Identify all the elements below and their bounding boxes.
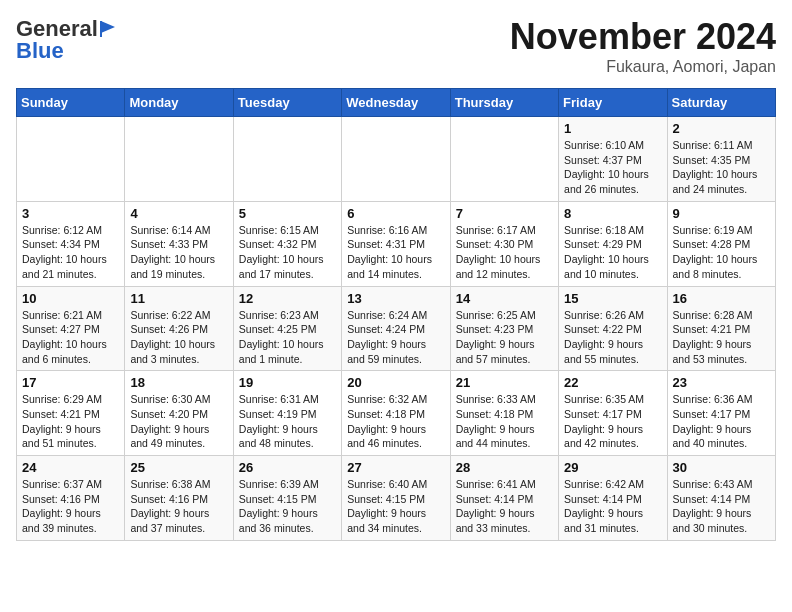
calendar-cell: 29Sunrise: 6:42 AM Sunset: 4:14 PM Dayli…	[559, 456, 667, 541]
logo: General Blue	[16, 16, 119, 64]
day-detail: Sunrise: 6:32 AM Sunset: 4:18 PM Dayligh…	[347, 393, 427, 449]
day-number: 21	[456, 375, 553, 390]
day-detail: Sunrise: 6:38 AM Sunset: 4:16 PM Dayligh…	[130, 478, 210, 534]
day-number: 11	[130, 291, 227, 306]
day-detail: Sunrise: 6:25 AM Sunset: 4:23 PM Dayligh…	[456, 309, 536, 365]
title-block: November 2024 Fukaura, Aomori, Japan	[510, 16, 776, 76]
day-detail: Sunrise: 6:23 AM Sunset: 4:25 PM Dayligh…	[239, 309, 324, 365]
calendar-cell: 1Sunrise: 6:10 AM Sunset: 4:37 PM Daylig…	[559, 117, 667, 202]
svg-marker-0	[101, 21, 115, 33]
calendar-cell: 26Sunrise: 6:39 AM Sunset: 4:15 PM Dayli…	[233, 456, 341, 541]
calendar-header-row: SundayMondayTuesdayWednesdayThursdayFrid…	[17, 89, 776, 117]
day-number: 20	[347, 375, 444, 390]
calendar-cell: 27Sunrise: 6:40 AM Sunset: 4:15 PM Dayli…	[342, 456, 450, 541]
day-detail: Sunrise: 6:35 AM Sunset: 4:17 PM Dayligh…	[564, 393, 644, 449]
calendar-cell: 15Sunrise: 6:26 AM Sunset: 4:22 PM Dayli…	[559, 286, 667, 371]
calendar-week-4: 17Sunrise: 6:29 AM Sunset: 4:21 PM Dayli…	[17, 371, 776, 456]
calendar-cell: 5Sunrise: 6:15 AM Sunset: 4:32 PM Daylig…	[233, 201, 341, 286]
day-number: 3	[22, 206, 119, 221]
day-header-wednesday: Wednesday	[342, 89, 450, 117]
day-detail: Sunrise: 6:42 AM Sunset: 4:14 PM Dayligh…	[564, 478, 644, 534]
day-number: 19	[239, 375, 336, 390]
day-detail: Sunrise: 6:18 AM Sunset: 4:29 PM Dayligh…	[564, 224, 649, 280]
calendar-cell: 21Sunrise: 6:33 AM Sunset: 4:18 PM Dayli…	[450, 371, 558, 456]
calendar-cell: 6Sunrise: 6:16 AM Sunset: 4:31 PM Daylig…	[342, 201, 450, 286]
calendar-cell: 24Sunrise: 6:37 AM Sunset: 4:16 PM Dayli…	[17, 456, 125, 541]
month-title: November 2024	[510, 16, 776, 58]
calendar-cell: 20Sunrise: 6:32 AM Sunset: 4:18 PM Dayli…	[342, 371, 450, 456]
calendar-cell: 2Sunrise: 6:11 AM Sunset: 4:35 PM Daylig…	[667, 117, 775, 202]
day-detail: Sunrise: 6:19 AM Sunset: 4:28 PM Dayligh…	[673, 224, 758, 280]
day-number: 7	[456, 206, 553, 221]
calendar-cell: 13Sunrise: 6:24 AM Sunset: 4:24 PM Dayli…	[342, 286, 450, 371]
calendar-cell: 18Sunrise: 6:30 AM Sunset: 4:20 PM Dayli…	[125, 371, 233, 456]
day-number: 18	[130, 375, 227, 390]
day-number: 29	[564, 460, 661, 475]
day-number: 6	[347, 206, 444, 221]
day-detail: Sunrise: 6:43 AM Sunset: 4:14 PM Dayligh…	[673, 478, 753, 534]
day-number: 9	[673, 206, 770, 221]
day-detail: Sunrise: 6:10 AM Sunset: 4:37 PM Dayligh…	[564, 139, 649, 195]
day-detail: Sunrise: 6:31 AM Sunset: 4:19 PM Dayligh…	[239, 393, 319, 449]
day-detail: Sunrise: 6:21 AM Sunset: 4:27 PM Dayligh…	[22, 309, 107, 365]
calendar-cell: 28Sunrise: 6:41 AM Sunset: 4:14 PM Dayli…	[450, 456, 558, 541]
day-number: 26	[239, 460, 336, 475]
logo-flag-icon	[98, 19, 118, 39]
day-header-tuesday: Tuesday	[233, 89, 341, 117]
day-header-friday: Friday	[559, 89, 667, 117]
day-detail: Sunrise: 6:39 AM Sunset: 4:15 PM Dayligh…	[239, 478, 319, 534]
calendar-cell: 7Sunrise: 6:17 AM Sunset: 4:30 PM Daylig…	[450, 201, 558, 286]
day-header-sunday: Sunday	[17, 89, 125, 117]
day-detail: Sunrise: 6:17 AM Sunset: 4:30 PM Dayligh…	[456, 224, 541, 280]
calendar-cell: 11Sunrise: 6:22 AM Sunset: 4:26 PM Dayli…	[125, 286, 233, 371]
day-number: 5	[239, 206, 336, 221]
day-number: 2	[673, 121, 770, 136]
calendar-week-2: 3Sunrise: 6:12 AM Sunset: 4:34 PM Daylig…	[17, 201, 776, 286]
day-detail: Sunrise: 6:37 AM Sunset: 4:16 PM Dayligh…	[22, 478, 102, 534]
page-header: General Blue November 2024 Fukaura, Aomo…	[16, 16, 776, 76]
day-detail: Sunrise: 6:26 AM Sunset: 4:22 PM Dayligh…	[564, 309, 644, 365]
day-number: 15	[564, 291, 661, 306]
day-detail: Sunrise: 6:40 AM Sunset: 4:15 PM Dayligh…	[347, 478, 427, 534]
day-number: 24	[22, 460, 119, 475]
day-number: 8	[564, 206, 661, 221]
day-detail: Sunrise: 6:30 AM Sunset: 4:20 PM Dayligh…	[130, 393, 210, 449]
calendar-cell: 8Sunrise: 6:18 AM Sunset: 4:29 PM Daylig…	[559, 201, 667, 286]
calendar-cell: 19Sunrise: 6:31 AM Sunset: 4:19 PM Dayli…	[233, 371, 341, 456]
day-number: 28	[456, 460, 553, 475]
day-header-thursday: Thursday	[450, 89, 558, 117]
calendar-cell: 14Sunrise: 6:25 AM Sunset: 4:23 PM Dayli…	[450, 286, 558, 371]
calendar-cell: 25Sunrise: 6:38 AM Sunset: 4:16 PM Dayli…	[125, 456, 233, 541]
calendar-cell: 22Sunrise: 6:35 AM Sunset: 4:17 PM Dayli…	[559, 371, 667, 456]
logo-blue-text: Blue	[16, 38, 64, 64]
calendar-cell: 10Sunrise: 6:21 AM Sunset: 4:27 PM Dayli…	[17, 286, 125, 371]
day-detail: Sunrise: 6:41 AM Sunset: 4:14 PM Dayligh…	[456, 478, 536, 534]
calendar-cell: 17Sunrise: 6:29 AM Sunset: 4:21 PM Dayli…	[17, 371, 125, 456]
calendar-cell: 30Sunrise: 6:43 AM Sunset: 4:14 PM Dayli…	[667, 456, 775, 541]
day-detail: Sunrise: 6:29 AM Sunset: 4:21 PM Dayligh…	[22, 393, 102, 449]
day-detail: Sunrise: 6:24 AM Sunset: 4:24 PM Dayligh…	[347, 309, 427, 365]
svg-rect-1	[100, 21, 102, 37]
calendar-cell: 23Sunrise: 6:36 AM Sunset: 4:17 PM Dayli…	[667, 371, 775, 456]
calendar-cell	[450, 117, 558, 202]
day-number: 12	[239, 291, 336, 306]
day-number: 22	[564, 375, 661, 390]
day-number: 25	[130, 460, 227, 475]
day-number: 13	[347, 291, 444, 306]
calendar-cell	[342, 117, 450, 202]
day-number: 14	[456, 291, 553, 306]
calendar-week-5: 24Sunrise: 6:37 AM Sunset: 4:16 PM Dayli…	[17, 456, 776, 541]
day-detail: Sunrise: 6:15 AM Sunset: 4:32 PM Dayligh…	[239, 224, 324, 280]
calendar-cell	[233, 117, 341, 202]
day-number: 27	[347, 460, 444, 475]
day-detail: Sunrise: 6:22 AM Sunset: 4:26 PM Dayligh…	[130, 309, 215, 365]
day-detail: Sunrise: 6:16 AM Sunset: 4:31 PM Dayligh…	[347, 224, 432, 280]
day-number: 4	[130, 206, 227, 221]
day-number: 17	[22, 375, 119, 390]
day-detail: Sunrise: 6:33 AM Sunset: 4:18 PM Dayligh…	[456, 393, 536, 449]
calendar-week-1: 1Sunrise: 6:10 AM Sunset: 4:37 PM Daylig…	[17, 117, 776, 202]
calendar-cell: 9Sunrise: 6:19 AM Sunset: 4:28 PM Daylig…	[667, 201, 775, 286]
day-number: 16	[673, 291, 770, 306]
calendar-cell: 16Sunrise: 6:28 AM Sunset: 4:21 PM Dayli…	[667, 286, 775, 371]
calendar-cell: 3Sunrise: 6:12 AM Sunset: 4:34 PM Daylig…	[17, 201, 125, 286]
